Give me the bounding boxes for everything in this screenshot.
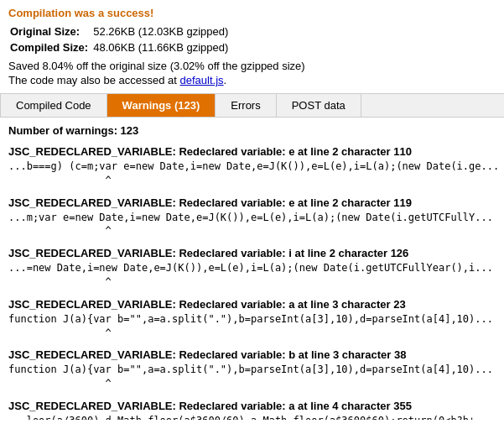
warning-block-6: JSC_REDECLARED_VARIABLE: Redeclared vari…	[8, 400, 496, 420]
warning-block-3: JSC_REDECLARED_VARIABLE: Redeclared vari…	[8, 247, 496, 290]
warning-code: ...loor(a/3600),d=Math.floor(a$3600/60),…	[8, 414, 496, 420]
compiled-size-label: Compiled Size:	[10, 40, 91, 55]
access-message: The code may also be accessed at default…	[8, 74, 496, 86]
warning-code: ...m;var e=new Date,i=new Date,e=J(K()),…	[8, 211, 496, 225]
top-section: Compilation was a success! Original Size…	[0, 0, 504, 93]
tab-warnings[interactable]: Warnings (123)	[107, 94, 216, 117]
warning-block-5: JSC_REDECLARED_VARIABLE: Redeclared vari…	[8, 348, 496, 391]
warning-block-2: JSC_REDECLARED_VARIABLE: Redeclared vari…	[8, 196, 496, 239]
warnings-count: Number of warnings: 123	[8, 124, 496, 137]
default-js-link[interactable]: default.js	[180, 74, 224, 86]
warning-title: JSC_REDECLARED_VARIABLE: Redeclared vari…	[8, 400, 496, 412]
warning-block-1: JSC_REDECLARED_VARIABLE: Redeclared vari…	[8, 145, 496, 188]
warning-caret: ^	[8, 327, 496, 341]
access-prefix: The code may also be accessed at	[8, 74, 180, 86]
warning-caret: ^	[8, 224, 496, 238]
warning-title: JSC_REDECLARED_VARIABLE: Redeclared vari…	[8, 247, 496, 259]
success-message: Compilation was a success!	[8, 7, 496, 19]
warning-title: JSC_REDECLARED_VARIABLE: Redeclared vari…	[8, 348, 496, 361]
warning-title: JSC_REDECLARED_VARIABLE: Redeclared vari…	[8, 145, 496, 158]
warning-title: JSC_REDECLARED_VARIABLE: Redeclared vari…	[8, 298, 496, 311]
size-info: Original Size: 52.26KB (12.03KB gzipped)…	[8, 23, 233, 56]
compiled-size-value: 48.06KB (11.66KB gzipped)	[93, 40, 231, 55]
warning-code: ...=new Date,i=new Date,e=J(K()),e=L(e),…	[8, 261, 496, 275]
content-area: Number of warnings: 123 JSC_REDECLARED_V…	[0, 118, 504, 420]
warning-caret: ^	[8, 377, 496, 391]
warning-code: function J(a){var b="",a=a.split("."),b=…	[8, 312, 496, 327]
warning-block-4: JSC_REDECLARED_VARIABLE: Redeclared vari…	[8, 298, 496, 341]
warning-title: JSC_REDECLARED_VARIABLE: Redeclared vari…	[8, 196, 496, 209]
original-size-value: 52.26KB (12.03KB gzipped)	[93, 24, 231, 39]
warning-code: function J(a){var b="",a=a.split("."),b=…	[8, 363, 496, 377]
warning-caret: ^	[8, 275, 496, 290]
tab-post-data[interactable]: POST data	[277, 94, 361, 117]
access-suffix: .	[224, 74, 227, 86]
warning-code: ...b===g) (c=m;var e=new Date,i=new Date…	[8, 160, 496, 174]
original-size-label: Original Size:	[10, 24, 91, 39]
tab-bar: Compiled Code Warnings (123) Errors POST…	[0, 93, 504, 118]
tab-compiled[interactable]: Compiled Code	[0, 94, 107, 117]
tab-errors[interactable]: Errors	[216, 94, 276, 117]
saved-message: Saved 8.04% off the original size (3.02%…	[8, 60, 496, 72]
warning-caret: ^	[8, 174, 496, 188]
